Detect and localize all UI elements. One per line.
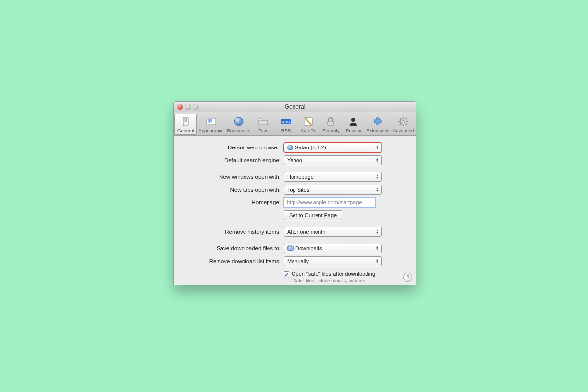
- safari-icon: [287, 145, 293, 150]
- checkbox-label: Open "safe" files after downloading: [292, 271, 379, 277]
- set-current-page-button[interactable]: Set to Current Page: [284, 210, 342, 220]
- svg-rect-10: [328, 121, 334, 125]
- label-remove-downloads: Remove download list items:: [183, 258, 284, 264]
- homepage-field[interactable]: http://www.apple.com/startpage: [284, 197, 376, 207]
- tabs-icon: [257, 115, 270, 128]
- autofill-icon: [302, 115, 315, 128]
- stepper-arrows-icon: ▲▼: [375, 228, 380, 235]
- open-safe-files-checkbox[interactable]: ✓: [284, 271, 289, 278]
- preferences-toolbar: General Appearance Bookmarks Tabs RSS RS…: [174, 112, 416, 136]
- window-title: General: [174, 103, 416, 110]
- tab-rss[interactable]: RSS RSS: [274, 114, 297, 135]
- svg-rect-1: [185, 118, 187, 122]
- tab-tabs[interactable]: Tabs: [252, 114, 274, 135]
- titlebar: General: [174, 102, 416, 112]
- label-new-windows: New windows open with:: [183, 174, 284, 180]
- tab-label: Bookmarks: [227, 128, 250, 133]
- safe-files-hint: "Safe" files include movies, pictures, s…: [292, 278, 379, 285]
- tab-label: RSS: [281, 128, 291, 133]
- preferences-window: General General Appearance Bookmarks: [173, 101, 416, 285]
- lock-icon: [324, 115, 337, 128]
- tab-advanced[interactable]: Advanced: [391, 114, 416, 135]
- switch-icon: [179, 115, 192, 128]
- save-downloads-popup[interactable]: Downloads ▲▼: [284, 244, 382, 253]
- popup-value: Top Sites: [287, 187, 309, 193]
- general-pane: Default web browser: Safari (5.1.2) ▲▼ D…: [174, 136, 416, 285]
- default-search-popup[interactable]: Yahoo! ▲▼: [284, 155, 382, 165]
- stepper-arrows-icon: ▲▼: [375, 173, 380, 180]
- new-tabs-popup[interactable]: Top Sites ▲▼: [284, 185, 382, 195]
- default-browser-popup[interactable]: Safari (5.1.2) ▲▼: [284, 143, 382, 152]
- svg-point-13: [402, 121, 405, 123]
- tab-label: AutoFill: [301, 128, 317, 133]
- folder-icon: [287, 246, 294, 251]
- svg-rect-3: [208, 119, 212, 122]
- tab-security[interactable]: Security: [319, 114, 342, 135]
- window-controls: [174, 104, 198, 110]
- close-icon[interactable]: [177, 104, 183, 110]
- tab-privacy[interactable]: Privacy: [342, 114, 365, 135]
- tab-general[interactable]: General: [174, 114, 197, 135]
- tab-label: Appearance: [198, 128, 223, 133]
- extensions-icon: [371, 115, 384, 128]
- svg-point-4: [234, 117, 243, 126]
- tab-bookmarks[interactable]: Bookmarks: [225, 114, 252, 135]
- label-default-search: Default search engine:: [183, 157, 284, 163]
- stepper-arrows-icon: ▲▼: [375, 157, 380, 164]
- svg-line-21: [406, 118, 407, 119]
- remove-downloads-popup[interactable]: Manually ▲▼: [284, 256, 382, 266]
- tab-label: Security: [322, 128, 339, 133]
- help-button[interactable]: ?: [403, 273, 412, 282]
- privacy-icon: [347, 115, 360, 128]
- stepper-arrows-icon: ▲▼: [375, 245, 380, 252]
- tab-label: Advanced: [393, 128, 414, 133]
- minimize-icon[interactable]: [185, 104, 191, 110]
- popup-value: Homepage: [287, 174, 314, 180]
- field-value: http://www.apple.com/startpage: [287, 199, 362, 205]
- appearance-icon: [205, 115, 218, 128]
- bookmarks-icon: [232, 115, 245, 128]
- help-icon: ?: [406, 274, 409, 280]
- gear-icon: [397, 115, 410, 128]
- tab-label: General: [177, 128, 194, 133]
- stepper-arrows-icon: ▲▼: [375, 144, 380, 151]
- label-save-downloads: Save downloaded files to:: [183, 245, 284, 251]
- tab-autofill[interactable]: AutoFill: [297, 114, 319, 135]
- tab-extensions[interactable]: Extensions: [365, 114, 391, 135]
- popup-value: Downloads: [295, 245, 322, 251]
- svg-line-18: [400, 118, 401, 119]
- label-new-tabs: New tabs open with:: [183, 187, 284, 193]
- popup-value: Manually: [287, 258, 309, 264]
- svg-text:RSS: RSS: [282, 120, 290, 124]
- tab-label: Privacy: [346, 128, 361, 133]
- popup-value: After one month: [287, 229, 325, 235]
- label-remove-history: Remove history items:: [183, 229, 284, 235]
- svg-line-20: [400, 124, 401, 125]
- stepper-arrows-icon: ▲▼: [375, 258, 380, 265]
- tab-label: Extensions: [367, 128, 389, 133]
- tab-appearance[interactable]: Appearance: [197, 114, 225, 135]
- popup-value: Safari (5.1.2): [295, 145, 326, 150]
- label-default-browser: Default web browser:: [183, 145, 284, 150]
- tab-label: Tabs: [258, 128, 268, 133]
- remove-history-popup[interactable]: After one month ▲▼: [284, 227, 382, 237]
- svg-rect-6: [259, 119, 263, 121]
- label-homepage: Homepage:: [183, 199, 284, 205]
- button-label: Set to Current Page: [289, 212, 337, 218]
- new-windows-popup[interactable]: Homepage ▲▼: [284, 172, 382, 182]
- rss-icon: RSS: [279, 115, 292, 128]
- svg-line-19: [406, 124, 407, 125]
- popup-value: Yahoo!: [287, 157, 304, 163]
- svg-point-11: [351, 118, 355, 122]
- stepper-arrows-icon: ▲▼: [375, 186, 380, 193]
- zoom-icon[interactable]: [193, 104, 198, 110]
